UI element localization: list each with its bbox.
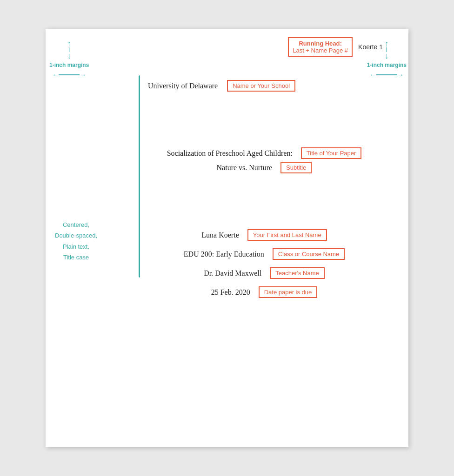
name-row: Luna Koerte Your First and Last Name bbox=[148, 229, 381, 241]
annotation-line4: Title case bbox=[55, 252, 97, 263]
left-annotation: Centered, Double-spaced, Plain text, Tit… bbox=[55, 219, 97, 263]
teacher-label-box: Teacher's Name bbox=[270, 267, 325, 279]
page: ↑ | ↓ 1-inch margins ← → ↑ | ↓ 1-inch ma… bbox=[46, 29, 408, 447]
date-row: 25 Feb. 2020 Date paper is due bbox=[148, 286, 381, 298]
class-label-box: Class or Course Name bbox=[273, 248, 345, 260]
info-section: Luna Koerte Your First and Last Name EDU… bbox=[148, 229, 381, 298]
content-inner: University of Delaware Name or Your Scho… bbox=[148, 80, 381, 298]
page-number: Koerte 1 bbox=[358, 43, 383, 51]
school-label-box: Name or Your School bbox=[227, 80, 295, 92]
teacher-row: Dr. David Maxwell Teacher's Name bbox=[148, 267, 381, 279]
annotation-line2: Double-spaced, bbox=[55, 230, 97, 241]
title-row: Socialization of Preschool Aged Children… bbox=[148, 147, 381, 159]
annotation-line3: Plain text, bbox=[55, 241, 97, 252]
date-label-box: Date paper is due bbox=[259, 286, 318, 298]
name-label-box: Your First and Last Name bbox=[247, 229, 327, 241]
annotation-line1: Centered, bbox=[55, 219, 97, 230]
page-content: Centered, Double-spaced, Plain text, Tit… bbox=[46, 61, 408, 324]
date-text: 25 Feb. 2020 bbox=[211, 288, 250, 297]
teacher-text: Dr. David Maxwell bbox=[204, 269, 261, 278]
brace-line bbox=[139, 75, 140, 278]
running-head-label: Running Head: bbox=[293, 40, 348, 47]
name-text: Luna Koerte bbox=[201, 231, 239, 239]
class-row: EDU 200: Early Education Class or Course… bbox=[148, 248, 381, 260]
subtitle-row: Nature vs. Nurture Subtitle bbox=[148, 162, 381, 173]
subtitle-label-box: Subtitle bbox=[280, 162, 312, 173]
subtitle-text: Nature vs. Nurture bbox=[217, 164, 273, 172]
class-text: EDU 200: Early Education bbox=[184, 250, 264, 258]
title-section: Socialization of Preschool Aged Children… bbox=[148, 147, 381, 173]
running-head-sub: Last + Name Page # bbox=[293, 47, 348, 54]
main-title-text: Socialization of Preschool Aged Children… bbox=[167, 149, 293, 158]
page-header: Running Head: Last + Name Page # Koerte … bbox=[46, 29, 408, 61]
running-head-box: Running Head: Last + Name Page # bbox=[288, 37, 353, 57]
title-label-box: Title of Your Paper bbox=[301, 147, 361, 159]
school-main-text: University of Delaware bbox=[148, 82, 218, 90]
school-section: University of Delaware Name or Your Scho… bbox=[148, 80, 381, 92]
